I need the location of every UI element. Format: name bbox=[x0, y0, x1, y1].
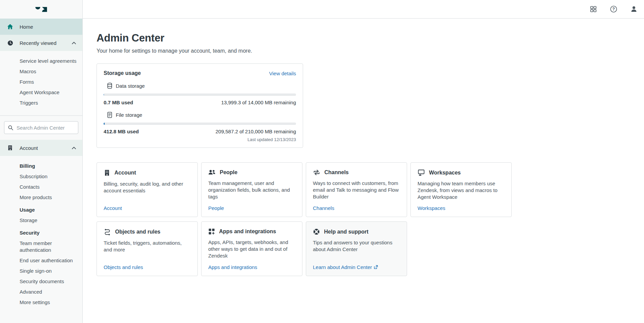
data-storage-progressbar bbox=[104, 93, 296, 96]
home-icon bbox=[7, 23, 14, 30]
recent-item[interactable]: Macros bbox=[20, 68, 77, 75]
used-amount: 0.7 MB used bbox=[104, 100, 133, 105]
chevron-up-icon bbox=[72, 42, 76, 45]
help-icon[interactable]: ? bbox=[607, 2, 620, 16]
card-link-learn-about-admin-center[interactable]: Learn about Admin Center bbox=[313, 264, 400, 270]
channels-icon bbox=[313, 169, 320, 176]
search-input[interactable] bbox=[17, 125, 75, 131]
card-description: Ways to connect with customers, from ema… bbox=[313, 180, 400, 200]
card-title: Account bbox=[114, 170, 136, 176]
nav-section-security: Security bbox=[20, 230, 77, 236]
main-area: ? Admin Center Your home for settings to… bbox=[83, 0, 644, 323]
card-description: Apps, APIs, targets, webhooks, and other… bbox=[208, 239, 295, 259]
nav-item[interactable]: Security documents bbox=[20, 278, 77, 285]
clock-icon bbox=[7, 40, 14, 46]
card-apps-and-integrations: Apps and integrations Apps, APIs, target… bbox=[201, 221, 302, 276]
file-icon bbox=[107, 112, 112, 118]
progress-fill bbox=[104, 123, 105, 125]
admin-search bbox=[4, 121, 78, 134]
nav-section-billing: Billing bbox=[20, 163, 77, 169]
sidebar-item-home[interactable]: Home bbox=[0, 19, 82, 35]
recent-item[interactable]: Service level agreements bbox=[20, 58, 77, 64]
external-link-icon bbox=[374, 265, 378, 269]
remaining-amount: 209,587.2 of 210,000 MB remaining bbox=[216, 129, 296, 134]
zendesk-logo bbox=[0, 0, 82, 19]
page-subtitle: Your home for settings to manage your ac… bbox=[97, 48, 644, 54]
used-amount: 412.8 MB used bbox=[104, 129, 139, 134]
card-title: Help and support bbox=[324, 229, 369, 235]
sidebar-item-account[interactable]: Account bbox=[0, 140, 82, 156]
nav-item[interactable]: End user authentication bbox=[20, 257, 77, 264]
card-link-channels[interactable]: Channels bbox=[313, 205, 400, 211]
sidebar-home-label: Home bbox=[20, 24, 76, 30]
account-nav: Billing Subscription Contacts More produ… bbox=[0, 156, 82, 314]
sidebar-account-label: Account bbox=[20, 145, 72, 151]
page-title: Admin Center bbox=[97, 32, 644, 44]
card-help-and-support: Help and support Tips and answers to you… bbox=[306, 221, 407, 276]
card-title: Channels bbox=[324, 169, 349, 176]
card-link-account[interactable]: Account bbox=[104, 205, 191, 211]
file-storage-progressbar bbox=[104, 123, 296, 125]
recently-viewed-list: Service level agreements Macros Forms Ag… bbox=[0, 51, 82, 112]
objects-rules-icon bbox=[104, 228, 111, 236]
category-cards: Account Billing, security, audit log, an… bbox=[97, 162, 644, 276]
card-people: People Team management, user and organiz… bbox=[201, 162, 302, 217]
sidebar-recently-viewed-label: Recently viewed bbox=[20, 40, 72, 46]
people-icon bbox=[208, 169, 216, 176]
nav-item[interactable]: Advanced bbox=[20, 289, 77, 295]
help-support-icon bbox=[313, 228, 320, 235]
card-channels: Channels Ways to connect with customers,… bbox=[306, 162, 407, 217]
card-description: Tips and answers to your questions about… bbox=[313, 239, 400, 253]
sidebar-item-recently-viewed[interactable]: Recently viewed bbox=[0, 35, 82, 51]
data-storage-meter: Data storage 0.7 MB used 13,999.3 of 14,… bbox=[104, 83, 296, 105]
recent-item[interactable]: Triggers bbox=[20, 100, 77, 106]
search-icon bbox=[8, 125, 14, 131]
card-link-people[interactable]: People bbox=[208, 205, 295, 211]
topbar: ? bbox=[83, 0, 644, 19]
card-title: Objects and rules bbox=[115, 229, 160, 235]
database-icon bbox=[107, 83, 112, 89]
nav-item[interactable]: Contacts bbox=[20, 184, 77, 190]
profile-icon[interactable] bbox=[627, 2, 641, 16]
card-account: Account Billing, security, audit log, an… bbox=[97, 162, 198, 217]
nav-item[interactable]: Storage bbox=[20, 217, 77, 224]
card-description: Billing, security, audit log, and other … bbox=[104, 181, 191, 194]
building-icon bbox=[104, 169, 110, 177]
nav-item[interactable]: Team member authentication bbox=[20, 240, 77, 253]
content: Admin Center Your home for settings to m… bbox=[83, 19, 644, 276]
card-objects-and-rules: Objects and rules Ticket fields, trigger… bbox=[97, 221, 198, 276]
card-description: Ticket fields, triggers, automations, an… bbox=[104, 240, 191, 253]
meter-label: Data storage bbox=[116, 83, 145, 89]
chevron-up-icon bbox=[72, 146, 76, 150]
card-title: Workspaces bbox=[429, 170, 461, 176]
card-workspaces: Workspaces Managing how team members use… bbox=[410, 162, 512, 217]
card-title: Apps and integrations bbox=[219, 228, 276, 235]
workspaces-icon bbox=[418, 169, 425, 176]
remaining-amount: 13,999.3 of 14,000 MB remaining bbox=[221, 100, 296, 105]
svg-text:?: ? bbox=[612, 7, 615, 11]
meter-label: File storage bbox=[116, 112, 142, 118]
nav-item[interactable]: Single sign-on bbox=[20, 268, 77, 274]
apps-integrations-icon bbox=[208, 228, 215, 235]
file-storage-meter: File storage 412.8 MB used 209,587.2 of … bbox=[104, 112, 296, 134]
sidebar: Home Recently viewed Service level agree… bbox=[0, 0, 83, 323]
recent-item[interactable]: Forms bbox=[20, 79, 77, 85]
card-description: Team management, user and organization f… bbox=[208, 180, 295, 200]
nav-section-usage: Usage bbox=[20, 207, 77, 213]
card-link-workspaces[interactable]: Workspaces bbox=[418, 205, 505, 211]
sidebar-divider bbox=[0, 115, 82, 116]
building-icon bbox=[7, 144, 14, 151]
view-details-link[interactable]: View details bbox=[269, 71, 296, 76]
card-title: People bbox=[220, 169, 237, 176]
storage-card-title: Storage usage bbox=[104, 70, 141, 76]
nav-item[interactable]: More products bbox=[20, 194, 77, 201]
card-link-objects-and-rules[interactable]: Objects and rules bbox=[104, 264, 191, 270]
card-description: Managing how team members use Zendesk, f… bbox=[418, 180, 505, 200]
storage-usage-card: Storage usage View details Data storage bbox=[97, 63, 303, 148]
nav-item[interactable]: More settings bbox=[20, 299, 77, 306]
apps-grid-icon[interactable] bbox=[587, 2, 600, 16]
nav-item[interactable]: Subscription bbox=[20, 173, 77, 180]
card-link-apps-and-integrations[interactable]: Apps and integrations bbox=[208, 264, 295, 270]
last-updated: Last updated 12/13/2023 bbox=[104, 137, 296, 142]
recent-item[interactable]: Agent Workspace bbox=[20, 89, 77, 96]
